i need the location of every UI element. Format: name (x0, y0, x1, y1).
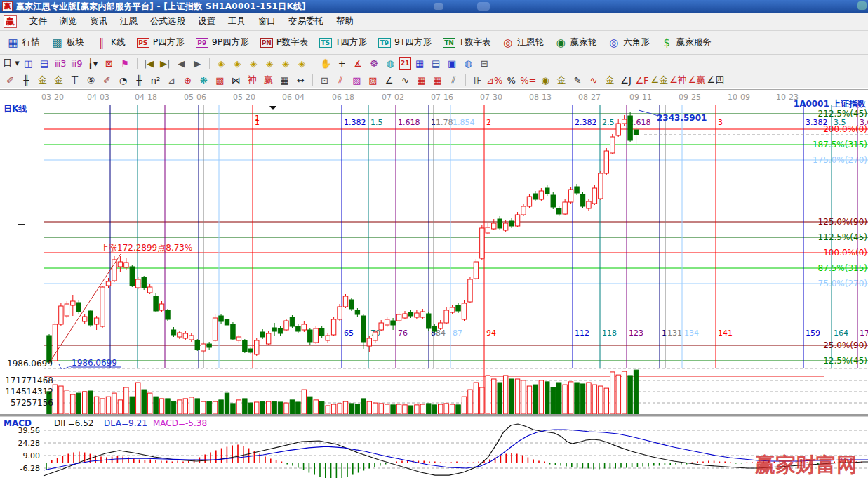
angle-measure-icon[interactable]: ∡ (351, 57, 366, 70)
draw-pct-icon[interactable]: % (504, 74, 519, 87)
draw-compass-icon[interactable]: ⊕ (180, 74, 195, 87)
draw-n2-icon[interactable]: n² (148, 74, 163, 87)
toolbar-t-square-button[interactable]: TST四方形 (314, 34, 373, 52)
chart-canvas[interactable]: 03-2004-0304-1805-0605-2006-0406-1807-02… (0, 88, 868, 478)
draw-circle-arc-icon[interactable]: ◔ (116, 74, 131, 87)
menu-item-9[interactable]: 帮助 (330, 13, 360, 29)
draw-box-purple-icon[interactable]: ▨ (349, 74, 364, 87)
draw-angle-j-icon[interactable]: ∠J (619, 74, 634, 87)
draw-angle-shen-icon[interactable]: ∠神 (669, 74, 687, 87)
gann-dir-star-icon[interactable]: ◈ (279, 57, 293, 70)
draw-gold-grid2-icon[interactable]: 金 (51, 74, 66, 87)
cancel-pattern-icon[interactable]: ⊠ (102, 57, 116, 70)
draw-gold-lines-icon[interactable]: 金 (554, 74, 569, 87)
menu-item-1[interactable]: 浏览 (53, 13, 84, 29)
draw-ruler-icon[interactable]: ▦ (277, 74, 292, 87)
toolbar-p-table-button[interactable]: PNP数字表 (255, 34, 314, 52)
draw-angle-line-icon[interactable]: ∠ (382, 74, 396, 87)
toolbar-sectors-button[interactable]: ▩板块 (46, 34, 90, 52)
draw-wave-icon[interactable]: ∿ (398, 74, 413, 87)
candle-tool-icon[interactable]: ╽▾ (86, 57, 100, 70)
prev-bar-icon[interactable]: ◀ (174, 57, 189, 70)
draw-hist-icon[interactable]: ⊪ (470, 74, 485, 87)
draw-pct-angle-icon[interactable]: ⊿% (486, 74, 502, 87)
toolbar-9t-square-button[interactable]: T99T四方形 (373, 34, 437, 52)
menu-item-0[interactable]: 文件 (23, 13, 53, 29)
hand-icon[interactable]: ✋ (319, 57, 333, 70)
period-select-icon[interactable]: 日 ▾ (3, 57, 20, 70)
pattern-search-icon[interactable]: ◫ (21, 57, 36, 70)
gann-dir-right-icon[interactable]: ◈ (230, 57, 245, 70)
web-data-icon[interactable]: ◍ (461, 57, 476, 70)
draw-slashes-icon[interactable]: ⫽ (446, 74, 461, 87)
draw-gold-grid1-icon[interactable]: 金 (35, 74, 50, 87)
draw-angle-a-icon[interactable]: ⊿ (164, 74, 179, 87)
draw-angle-si-icon[interactable]: ∠四 (707, 74, 724, 87)
draw-measure-h-icon[interactable]: ↔ (293, 74, 308, 87)
toolbar-p-square-button[interactable]: PSP四方形 (131, 34, 190, 52)
toolbar-winner-service-button[interactable]: $赢家服务 (655, 34, 717, 52)
draw-star-cycle-icon[interactable]: ❋ (196, 74, 211, 87)
calendar-icon[interactable]: 21 (399, 57, 411, 70)
draw-box-sel-icon[interactable]: ⊡ (317, 74, 332, 87)
menu-item-7[interactable]: 窗口 (252, 13, 282, 29)
svg-text:08-27: 08-27 (578, 93, 601, 102)
menu-item-4[interactable]: 公式选股 (144, 13, 192, 29)
color-flag-icon[interactable]: ⚑ (118, 57, 133, 70)
chart-9-icon[interactable]: ⅲ9 (69, 57, 84, 70)
toolbar-9p-square-button[interactable]: P99P四方形 (190, 34, 255, 52)
toolbar-hexagon-button[interactable]: ◎六角形 (602, 34, 655, 52)
draw-gold-circle-icon[interactable]: ◉ (538, 74, 553, 87)
toolbar-winner-wheel-button[interactable]: ◉赢家轮 (549, 34, 603, 52)
draw-angle-f-icon[interactable]: ∠F (635, 74, 650, 87)
save-icon[interactable]: ▣ (445, 57, 460, 70)
draw-gold-under-icon[interactable]: 金 (603, 74, 617, 87)
draw-pencil2-icon[interactable]: ✐ (100, 74, 114, 87)
toolbar-t-table-button[interactable]: TNT数字表 (437, 34, 496, 52)
next-bar-icon[interactable]: ▶ (190, 57, 205, 70)
first-bar-icon[interactable]: |◀ (142, 57, 156, 70)
calculator-icon[interactable]: ▦ (413, 57, 427, 70)
draw-fan-red-icon[interactable]: ⫽ (333, 74, 348, 87)
cycle-tool-icon[interactable]: ◍ (383, 57, 398, 70)
draw-box-hatch-icon[interactable]: ▧ (366, 74, 380, 87)
menu-item-3[interactable]: 江恩 (114, 13, 144, 29)
draw-web-icon[interactable]: ▩ (213, 74, 227, 87)
draw-pct-line-icon[interactable]: %= (520, 74, 536, 87)
svg-text:05-06: 05-06 (184, 93, 206, 102)
draw-pencil-icon[interactable]: ✐ (3, 74, 18, 87)
draw-grid-red2-icon[interactable]: ▦ (430, 74, 445, 87)
menu-item-2[interactable]: 资讯 (84, 13, 114, 29)
gann-dir-all-icon[interactable]: ◈ (295, 57, 309, 70)
last-bar-icon[interactable]: ▶| (158, 57, 173, 70)
draw-f-line-icon[interactable]: 干 (67, 74, 82, 87)
draw-pen2-icon[interactable]: ✎ (570, 74, 585, 87)
draw-a-wave-icon[interactable]: ∿ (587, 74, 601, 87)
draw-bars-icon[interactable]: ╫ (132, 74, 147, 87)
chart-3-icon[interactable]: ⅲ3 (53, 57, 68, 70)
gann-dir-left-icon[interactable]: ◈ (214, 57, 229, 70)
svg-text:1.382: 1.382 (344, 118, 366, 127)
report-icon[interactable]: ▤ (429, 57, 443, 70)
draw-angle-ying-icon[interactable]: ∠赢 (688, 74, 706, 87)
draw-grid-icon[interactable]: ╫ (19, 74, 34, 87)
toolbar-gann-wheel-button[interactable]: ◎江恩轮 (496, 34, 549, 52)
draw-angle-gold-icon[interactable]: ∠金 (651, 74, 669, 87)
draw-spiral-icon[interactable]: ⑤ (84, 74, 98, 87)
toolbar-kline-button[interactable]: ‖K线 (90, 34, 131, 52)
info-doc-icon[interactable]: ▤ (37, 57, 52, 70)
toolbar-quotes-button[interactable]: ▦行情 (1, 34, 46, 52)
draw-shen-icon[interactable]: 神 (245, 74, 260, 87)
print-icon[interactable]: ⊟ (477, 57, 492, 70)
gann-tool-icon[interactable]: ☸ (367, 57, 382, 70)
gann-dir-x-icon[interactable]: ◈ (262, 57, 277, 70)
draw-grid-red-icon[interactable]: ▦ (414, 74, 429, 87)
draw-ying-icon[interactable]: 赢 (261, 74, 276, 87)
gann-dir-h-icon[interactable]: ◈ (246, 57, 261, 70)
draw-time-marks-icon[interactable]: ⋈ (229, 74, 243, 87)
menu-item-8[interactable]: 交易委托 (282, 13, 330, 29)
crosshair-icon[interactable]: + (335, 57, 349, 70)
menu-item-5[interactable]: 设置 (192, 13, 222, 29)
toolbar-label: 江恩轮 (517, 36, 544, 48)
menu-item-6[interactable]: 工具 (222, 13, 252, 29)
